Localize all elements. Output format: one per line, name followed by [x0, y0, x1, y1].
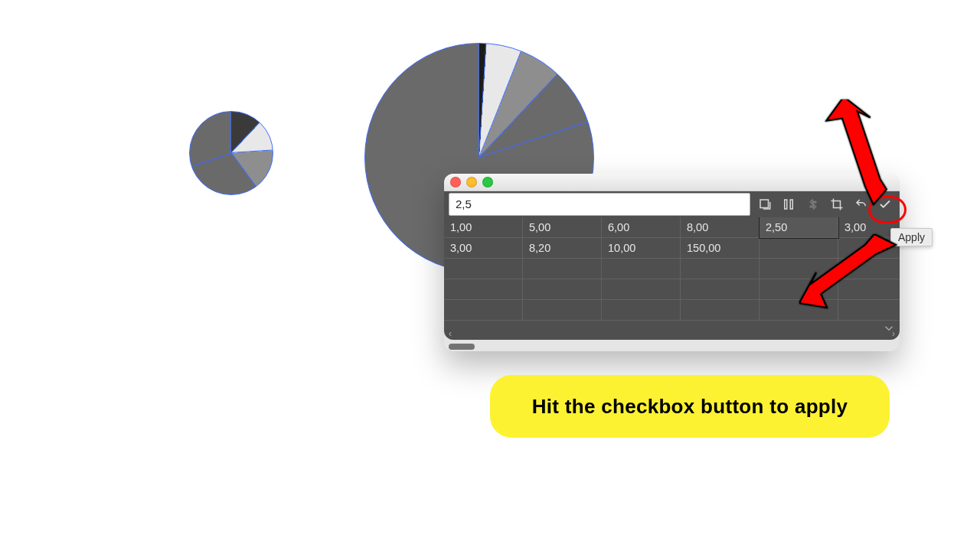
- cell[interactable]: 150,00: [681, 238, 760, 259]
- cell[interactable]: [444, 279, 523, 300]
- cell[interactable]: [681, 279, 760, 300]
- cell[interactable]: [602, 259, 681, 279]
- annotation-arrow-top: [821, 99, 897, 210]
- zoom-window-button[interactable]: [482, 177, 493, 187]
- horizontal-scrollbar[interactable]: ‹ ›: [444, 328, 900, 340]
- svg-marker-1: [799, 234, 896, 308]
- cell[interactable]: 8,20: [523, 238, 602, 259]
- scrollbar-thumb[interactable]: [449, 344, 475, 350]
- swap-button: [803, 194, 823, 214]
- cell[interactable]: [523, 300, 602, 321]
- cell[interactable]: 3,00: [444, 238, 523, 259]
- cell[interactable]: [444, 259, 523, 279]
- cell[interactable]: 10,00: [602, 238, 681, 259]
- cell[interactable]: 8,00: [681, 217, 760, 238]
- pie-small[interactable]: [189, 111, 273, 195]
- annotation-arrow-bottom: [799, 234, 899, 314]
- cell[interactable]: [681, 259, 760, 279]
- export-button[interactable]: [755, 194, 775, 214]
- instruction-caption: Hit the checkbox button to apply: [490, 375, 890, 438]
- cell[interactable]: [602, 279, 681, 300]
- scroll-left-icon[interactable]: ‹: [449, 328, 452, 339]
- cell[interactable]: [523, 259, 602, 279]
- cell[interactable]: [523, 279, 602, 300]
- svg-marker-0: [821, 99, 897, 206]
- collapse-icon[interactable]: [879, 318, 899, 338]
- cell[interactable]: 1,00: [444, 217, 523, 238]
- minimize-window-button[interactable]: [466, 177, 477, 187]
- cell[interactable]: [602, 300, 681, 321]
- close-window-button[interactable]: [450, 177, 461, 187]
- cell[interactable]: 5,00: [523, 217, 602, 238]
- cell-value-input[interactable]: 2,5: [449, 193, 750, 216]
- cell[interactable]: [444, 300, 523, 321]
- cell[interactable]: [681, 300, 760, 321]
- insert-column-button[interactable]: [779, 194, 799, 214]
- cell[interactable]: 6,00: [602, 217, 681, 238]
